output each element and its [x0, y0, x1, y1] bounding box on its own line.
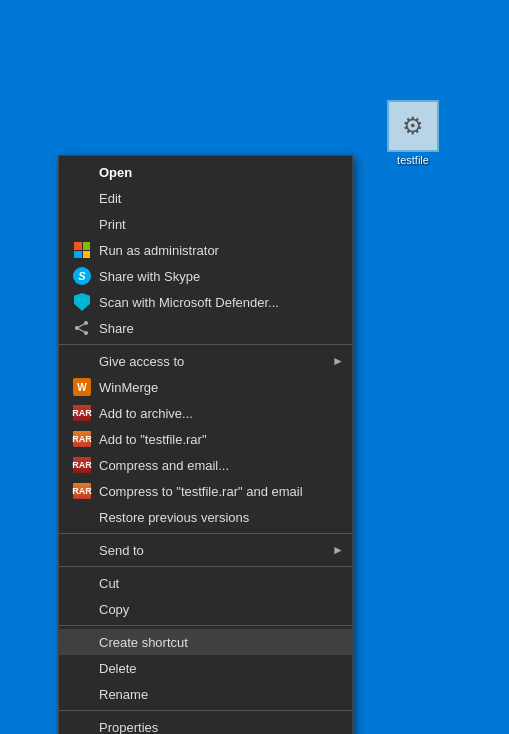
menu-label-add-archive: Add to archive... [99, 406, 193, 421]
rar-icon: RAR [71, 403, 93, 423]
icon-label: testfile [397, 154, 429, 166]
menu-label-cut: Cut [99, 576, 119, 591]
menu-label-compress-email: Compress and email... [99, 458, 229, 473]
no-icon [71, 351, 93, 371]
menu-item-winmerge[interactable]: W WinMerge [59, 374, 352, 400]
share-icon [71, 318, 93, 338]
menu-item-send-to[interactable]: Send to ► [59, 537, 352, 563]
context-menu: Open Edit Print Run as administrator S S… [58, 155, 353, 734]
icon-image: ⚙ [387, 100, 439, 152]
menu-item-properties[interactable]: Properties [59, 714, 352, 734]
rar2-icon: RAR [71, 429, 93, 449]
arrow-icon-send: ► [332, 543, 344, 557]
no-icon [71, 684, 93, 704]
menu-label-delete: Delete [99, 661, 137, 676]
menu-item-rename[interactable]: Rename [59, 681, 352, 707]
menu-label-share-skype: Share with Skype [99, 269, 200, 284]
menu-label-add-testfile-rar: Add to "testfile.rar" [99, 432, 207, 447]
separator-5 [59, 710, 352, 711]
menu-label-restore-versions: Restore previous versions [99, 510, 249, 525]
no-icon [71, 214, 93, 234]
no-icon [71, 632, 93, 652]
menu-item-cut[interactable]: Cut [59, 570, 352, 596]
menu-label-compress-testfile-email: Compress to "testfile.rar" and email [99, 484, 303, 499]
menu-item-compress-testfile-email[interactable]: RAR Compress to "testfile.rar" and email [59, 478, 352, 504]
menu-label-copy: Copy [99, 602, 129, 617]
menu-label-run-as-admin: Run as administrator [99, 243, 219, 258]
separator-2 [59, 533, 352, 534]
menu-item-compress-email[interactable]: RAR Compress and email... [59, 452, 352, 478]
no-icon [71, 188, 93, 208]
menu-item-print[interactable]: Print [59, 211, 352, 237]
no-icon [71, 658, 93, 678]
skype-icon: S [71, 266, 93, 286]
no-icon [71, 573, 93, 593]
windows-logo-icon [71, 240, 93, 260]
menu-label-properties: Properties [99, 720, 158, 735]
defender-icon [71, 292, 93, 312]
no-icon [71, 507, 93, 527]
menu-label-print: Print [99, 217, 126, 232]
desktop-icon[interactable]: ⚙ testfile [377, 100, 449, 166]
menu-item-add-archive[interactable]: RAR Add to archive... [59, 400, 352, 426]
menu-label-scan-defender: Scan with Microsoft Defender... [99, 295, 279, 310]
menu-label-send-to: Send to [99, 543, 144, 558]
no-icon [71, 540, 93, 560]
menu-label-give-access: Give access to [99, 354, 184, 369]
menu-item-add-testfile-rar[interactable]: RAR Add to "testfile.rar" [59, 426, 352, 452]
menu-item-open[interactable]: Open [59, 159, 352, 185]
menu-item-share-skype[interactable]: S Share with Skype [59, 263, 352, 289]
menu-item-copy[interactable]: Copy [59, 596, 352, 622]
winmerge-icon: W [71, 377, 93, 397]
svg-line-3 [77, 323, 86, 328]
rar4-icon: RAR [71, 481, 93, 501]
menu-label-share: Share [99, 321, 134, 336]
menu-item-create-shortcut[interactable]: Create shortcut [59, 629, 352, 655]
menu-label-open: Open [99, 165, 132, 180]
menu-item-scan-defender[interactable]: Scan with Microsoft Defender... [59, 289, 352, 315]
menu-label-create-shortcut: Create shortcut [99, 635, 188, 650]
no-icon [71, 162, 93, 182]
arrow-icon: ► [332, 354, 344, 368]
gear-icon: ⚙ [402, 112, 424, 140]
svg-line-4 [77, 328, 86, 333]
menu-item-edit[interactable]: Edit [59, 185, 352, 211]
separator-3 [59, 566, 352, 567]
separator-1 [59, 344, 352, 345]
menu-label-rename: Rename [99, 687, 148, 702]
no-icon [71, 717, 93, 734]
menu-item-give-access[interactable]: Give access to ► [59, 348, 352, 374]
menu-label-winmerge: WinMerge [99, 380, 158, 395]
menu-label-edit: Edit [99, 191, 121, 206]
menu-item-delete[interactable]: Delete [59, 655, 352, 681]
menu-item-restore-versions[interactable]: Restore previous versions [59, 504, 352, 530]
no-icon [71, 599, 93, 619]
separator-4 [59, 625, 352, 626]
menu-item-share[interactable]: Share [59, 315, 352, 341]
rar3-icon: RAR [71, 455, 93, 475]
menu-item-run-as-admin[interactable]: Run as administrator [59, 237, 352, 263]
